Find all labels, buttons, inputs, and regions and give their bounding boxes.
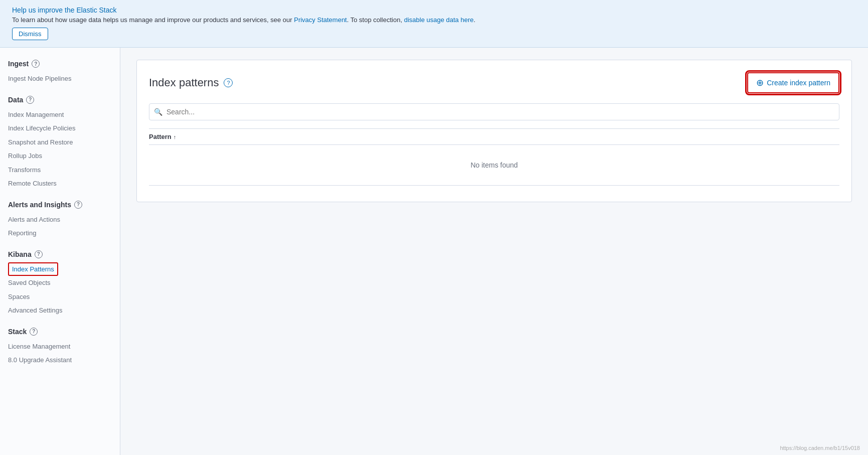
dismiss-button[interactable]: Dismiss bbox=[12, 28, 48, 40]
banner-text: To learn about how usage data helps us m… bbox=[12, 16, 856, 24]
disable-usage-link[interactable]: disable usage data here bbox=[404, 16, 474, 24]
no-items-message: No items found bbox=[149, 145, 839, 186]
sidebar-item-upgrade-assistant[interactable]: 8.0 Upgrade Assistant bbox=[8, 353, 112, 367]
content-header: Index patterns ? ⊕ Create index pattern bbox=[149, 72, 839, 93]
sidebar-section-title-data: Data? bbox=[8, 96, 112, 104]
content-card: Index patterns ? ⊕ Create index pattern … bbox=[136, 60, 852, 202]
column-pattern-label: Pattern bbox=[149, 133, 171, 140]
sort-asc-icon: ↑ bbox=[173, 134, 177, 140]
main-content: Index patterns ? ⊕ Create index pattern … bbox=[120, 48, 868, 455]
banner-text-end: . bbox=[473, 16, 475, 24]
sidebar-item-transforms[interactable]: Transforms bbox=[8, 163, 112, 177]
sidebar-section-stack: Stack?License Management8.0 Upgrade Assi… bbox=[0, 328, 120, 367]
page-title-help-icon[interactable]: ? bbox=[224, 78, 233, 87]
sidebar-section-title-stack: Stack? bbox=[8, 328, 112, 336]
privacy-statement-link[interactable]: Privacy Statement bbox=[294, 16, 347, 24]
banner-title: Help us improve the Elastic Stack bbox=[12, 6, 856, 14]
sidebar-item-saved-objects[interactable]: Saved Objects bbox=[8, 276, 112, 290]
sidebar-item-ingest-node-pipelines[interactable]: Ingest Node Pipelines bbox=[8, 72, 112, 86]
banner-text-before: To learn about how usage data helps us m… bbox=[12, 16, 294, 24]
sidebar-item-license-management[interactable]: License Management bbox=[8, 340, 112, 354]
page-title: Index patterns ? bbox=[149, 76, 233, 89]
create-index-pattern-button[interactable]: ⊕ Create index pattern bbox=[747, 72, 839, 93]
column-pattern[interactable]: Pattern ↑ bbox=[149, 133, 176, 140]
page-layout: Ingest?Ingest Node PipelinesData?Index M… bbox=[0, 48, 868, 455]
sidebar-section-data: Data?Index ManagementIndex Lifecycle Pol… bbox=[0, 96, 120, 191]
sidebar-section-alerts-and-insights: Alerts and Insights?Alerts and ActionsRe… bbox=[0, 201, 120, 240]
create-button-label: Create index pattern bbox=[767, 79, 830, 87]
search-container: 🔍 bbox=[149, 103, 839, 120]
plus-icon: ⊕ bbox=[756, 77, 764, 88]
sidebar-section-title-kibana: Kibana? bbox=[8, 250, 112, 258]
sidebar-item-index-management[interactable]: Index Management bbox=[8, 108, 112, 122]
sidebar-item-spaces[interactable]: Spaces bbox=[8, 290, 112, 304]
ingest-help-icon[interactable]: ? bbox=[32, 60, 40, 68]
sidebar-section-title-alerts-and-insights: Alerts and Insights? bbox=[8, 201, 112, 209]
search-input[interactable] bbox=[149, 103, 839, 120]
sidebar-item-index-patterns[interactable]: Index Patterns bbox=[8, 262, 58, 276]
search-icon: 🔍 bbox=[154, 108, 162, 116]
sidebar-item-snapshot-and-restore[interactable]: Snapshot and Restore bbox=[8, 135, 112, 149]
sidebar-item-reporting[interactable]: Reporting bbox=[8, 226, 112, 240]
sidebar-section-title-ingest: Ingest? bbox=[8, 60, 112, 68]
telemetry-banner: Help us improve the Elastic Stack To lea… bbox=[0, 0, 868, 48]
alerts-and-insights-help-icon[interactable]: ? bbox=[74, 201, 82, 209]
sidebar-item-index-lifecycle-policies[interactable]: Index Lifecycle Policies bbox=[8, 121, 112, 135]
sidebar: Ingest?Ingest Node PipelinesData?Index M… bbox=[0, 48, 120, 455]
sidebar-section-kibana: Kibana?Index PatternsSaved ObjectsSpaces… bbox=[0, 250, 120, 318]
sidebar-section-ingest: Ingest?Ingest Node Pipelines bbox=[0, 60, 120, 86]
sidebar-item-remote-clusters[interactable]: Remote Clusters bbox=[8, 177, 112, 191]
stack-help-icon[interactable]: ? bbox=[30, 328, 38, 336]
sidebar-item-alerts-and-actions[interactable]: Alerts and Actions bbox=[8, 213, 112, 227]
footer-url: https://blog.caden.me/b1/15v018 bbox=[780, 445, 860, 451]
sidebar-item-rollup-jobs[interactable]: Rollup Jobs bbox=[8, 149, 112, 163]
table-header: Pattern ↑ bbox=[149, 128, 839, 145]
kibana-help-icon[interactable]: ? bbox=[35, 250, 43, 258]
data-help-icon[interactable]: ? bbox=[26, 96, 34, 104]
banner-text-after: . To stop collection, bbox=[347, 16, 404, 24]
sidebar-item-advanced-settings[interactable]: Advanced Settings bbox=[8, 304, 112, 318]
page-title-text: Index patterns bbox=[149, 76, 219, 89]
